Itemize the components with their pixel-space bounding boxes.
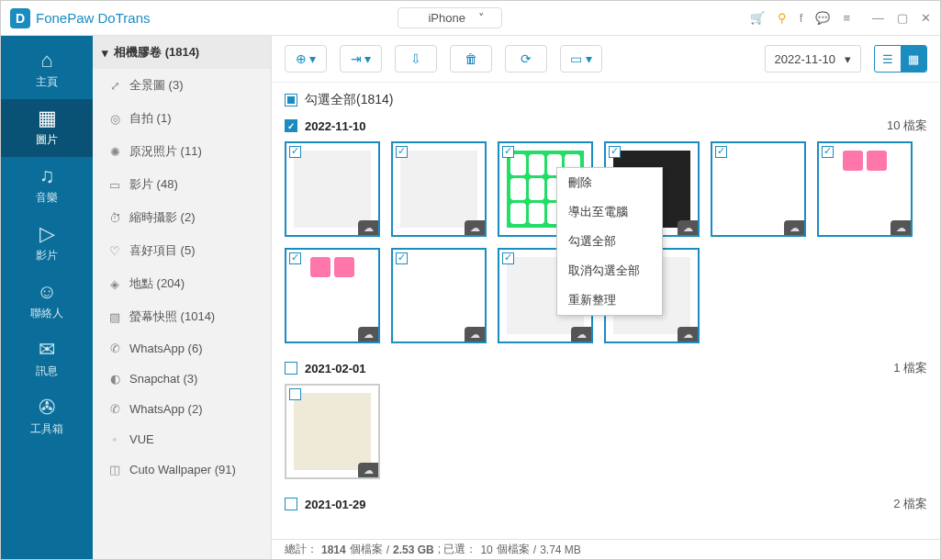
context-menu-item[interactable]: 刪除 [557,168,662,197]
thumbnail[interactable]: ☁ [391,248,487,343]
nav-sidebar: ⌂主頁▦圖片♫音樂▷影片☺聯絡人✉訊息✇工具箱 [1,36,93,559]
category-icon: ✆ [107,402,122,416]
thumb-checkbox[interactable] [289,252,301,264]
photo-content: ✓2022-11-1010 檔案☁☁☁☁☁☁☁☁☁☁2021-02-011 檔案… [272,114,940,539]
category-icon: ◈ [107,277,122,291]
category-sidebar: ▾ 相機膠卷 (1814) ⤢全景圖 (3)◎自拍 (1)✺原況照片 (11)▭… [93,36,272,559]
nav-icon: ✉ [39,340,55,360]
category-label: WhatsApp (2) [129,402,202,416]
caret-down-icon: ▾ [102,46,108,60]
nav-item-1[interactable]: ▦圖片 [1,99,93,157]
thumb-checkbox[interactable] [822,146,834,158]
thumbnail[interactable]: ☁ [285,384,380,479]
thumbnail[interactable]: ☁ [285,141,380,237]
context-menu-item[interactable]: 勾選全部 [557,227,662,256]
category-item[interactable]: ⤢全景圖 (3) [93,69,271,102]
select-all-label: 勾選全部(1814) [305,92,393,108]
thumb-checkbox[interactable] [289,388,301,400]
thumb-checkbox[interactable] [396,146,408,158]
thumbnail[interactable]: ☁ [817,141,913,237]
minimize-button[interactable]: — [872,11,884,25]
category-label: Cuto Wallpaper (91) [129,463,236,476]
cart-icon[interactable]: 🛒 [750,11,765,25]
thumbnail[interactable]: ☁ [285,248,380,343]
section-header[interactable]: 2021-02-011 檔案 [285,356,927,384]
thumb-checkbox[interactable] [396,252,408,264]
select-all-row[interactable]: 勾選全部(1814) [272,83,940,114]
nav-item-2[interactable]: ♫音樂 [1,157,93,215]
section-header[interactable]: ✓2022-11-1010 檔案 [285,114,927,141]
key-icon[interactable]: ⚲ [778,11,787,25]
section-checkbox[interactable]: ✓ [285,119,297,132]
refresh-button[interactable]: ⟳ [505,45,547,73]
category-item[interactable]: ◫Cuto Wallpaper (91) [93,454,271,485]
folder-button[interactable]: ▭ ▾ [560,45,602,73]
cloud-icon: ☁ [358,220,378,235]
category-item[interactable]: ◎自拍 (1) [93,102,271,135]
section-header[interactable]: 2021-01-292 檔案 [285,492,927,520]
category-item[interactable]: ♡喜好項目 (5) [93,234,271,267]
thumb-checkbox[interactable] [502,146,514,158]
date-filter[interactable]: 2022-11-10 ▾ [765,45,862,73]
cloud-icon: ☁ [784,220,804,235]
section-checkbox[interactable] [285,498,297,510]
view-toggle: ☰ ▦ [874,45,927,73]
select-all-checkbox[interactable] [285,94,297,106]
nav-icon: ✇ [39,398,55,418]
maximize-button[interactable]: ▢ [897,11,908,25]
chat-icon[interactable]: 💬 [815,11,830,25]
nav-item-4[interactable]: ☺聯絡人 [1,273,93,330]
category-item[interactable]: ◐Snapchat (3) [93,364,271,394]
menu-icon[interactable]: ≡ [843,11,850,25]
nav-label: 影片 [36,248,58,263]
close-button[interactable]: ✕ [921,11,931,25]
category-icon: ◫ [107,463,122,476]
nav-item-3[interactable]: ▷影片 [1,215,93,273]
context-menu-item[interactable]: 取消勾選全部 [557,256,662,286]
thumb-checkbox[interactable] [609,146,621,158]
main-pane: ⊕ ▾ ⇥ ▾ ⇩ 🗑 ⟳ ▭ ▾ 2022-11-10 ▾ ☰ ▦ 勾選全部(… [272,36,940,559]
section-count: 1 檔案 [893,360,927,376]
facebook-icon[interactable]: f [800,11,803,25]
category-header-label: 相機膠卷 (1814) [114,44,199,61]
list-view-button[interactable]: ☰ [875,46,901,72]
thumbnail[interactable]: ☁ [391,141,487,237]
cloud-icon: ☁ [678,327,698,342]
trash-icon: 🗑 [465,51,477,66]
category-icon: ♡ [107,244,122,258]
category-item[interactable]: ✆WhatsApp (2) [93,394,271,424]
category-label: Snapchat (3) [129,372,197,386]
nav-item-6[interactable]: ✇工具箱 [1,388,93,446]
category-item[interactable]: ▨螢幕快照 (1014) [93,300,271,333]
category-item[interactable]: ◦VUE [93,424,271,454]
category-item[interactable]: ⏱縮時攝影 (2) [93,201,271,234]
nav-label: 聯絡人 [30,306,63,321]
export-to-pc-button[interactable]: ⇩ [395,45,437,73]
cloud-icon: ☁ [678,220,698,235]
category-item[interactable]: ▭影片 (48) [93,168,271,201]
plus-icon: ⊕ [296,51,307,66]
device-picker[interactable]: iPhone ˅ [398,7,501,28]
nav-icon: ▦ [38,108,57,129]
category-item[interactable]: ✺原況照片 (11) [93,135,271,168]
context-menu-item[interactable]: 導出至電腦 [557,197,662,227]
folder-icon: ▭ [570,51,582,66]
nav-item-0[interactable]: ⌂主頁 [1,41,93,99]
category-item[interactable]: ✆WhatsApp (6) [93,333,271,364]
context-menu-item[interactable]: 重新整理 [557,286,662,315]
cloud-icon: ☁ [465,220,485,235]
nav-item-5[interactable]: ✉訊息 [1,330,93,388]
export-to-device-button[interactable]: ⇥ ▾ [340,45,382,73]
delete-button[interactable]: 🗑 [450,45,492,73]
thumb-checkbox[interactable] [502,252,514,264]
add-button[interactable]: ⊕ ▾ [285,45,327,73]
thumb-checkbox[interactable] [289,146,301,158]
category-label: VUE [129,432,154,446]
section-checkbox[interactable] [285,362,297,375]
nav-label: 工具箱 [30,421,63,437]
category-header[interactable]: ▾ 相機膠卷 (1814) [93,36,271,69]
category-item[interactable]: ◈地點 (204) [93,267,271,300]
thumb-checkbox[interactable] [715,146,727,158]
thumbnail[interactable]: ☁ [711,141,806,237]
grid-view-button[interactable]: ▦ [901,46,926,72]
